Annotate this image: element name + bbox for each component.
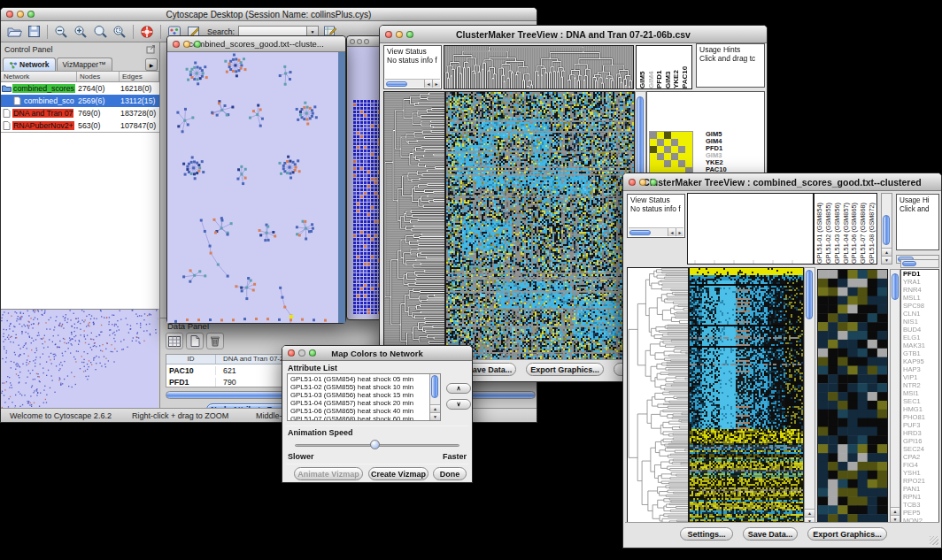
- column-label[interactable]: GIM4: [647, 46, 656, 88]
- export-graphics-button[interactable]: Export Graphics...: [526, 363, 604, 376]
- gene-label[interactable]: RPN1: [903, 493, 938, 501]
- done-button[interactable]: Done: [433, 467, 467, 480]
- gene-label[interactable]: GTB1: [903, 349, 938, 357]
- gene-label[interactable]: VIP1: [903, 373, 938, 381]
- gene-label[interactable]: FIG4: [903, 461, 938, 469]
- minimize-button[interactable]: [396, 31, 403, 38]
- gene-label[interactable]: MSL1: [903, 294, 938, 302]
- gene-label[interactable]: CLN1: [903, 310, 938, 318]
- move-down-button[interactable]: ∨: [446, 399, 471, 410]
- close-button[interactable]: [385, 31, 392, 38]
- treeview1-row-dendrogram[interactable]: [383, 91, 445, 363]
- network-table-row[interactable]: DNA and Tran 07 769(0) 183728(0): [1, 107, 159, 119]
- help-lifering-icon[interactable]: [139, 24, 155, 39]
- attribute-item[interactable]: GPL51-02 (GSM855) heat shock 10 min: [290, 383, 440, 391]
- minimize-button[interactable]: [357, 39, 362, 44]
- zoom-fit-icon[interactable]: [112, 24, 127, 39]
- more-tabs-button[interactable]: ▶: [145, 58, 158, 71]
- trash-icon[interactable]: [206, 333, 224, 349]
- minimize-button[interactable]: [639, 179, 646, 186]
- minimize-button[interactable]: [183, 41, 190, 48]
- gene-label[interactable]: MSI1: [903, 389, 938, 397]
- gene-label[interactable]: RNR4: [903, 286, 938, 294]
- zoom-out-icon[interactable]: [53, 24, 69, 39]
- treeview2-detail-heatmap[interactable]: [817, 269, 888, 524]
- treeview1-zoom-heatmap[interactable]: [649, 131, 693, 175]
- zoom-button[interactable]: [364, 39, 369, 44]
- treeview1-heatmap[interactable]: [445, 91, 635, 363]
- dense-network-grid[interactable]: [353, 100, 381, 314]
- gene-label[interactable]: PEP5: [903, 509, 938, 517]
- gene-label[interactable]: PFD1: [903, 270, 938, 278]
- attribute-item[interactable]: GPL51-06 (GSM865) heat shock 40 min: [290, 407, 440, 415]
- zoom-button[interactable]: [194, 41, 201, 48]
- close-button[interactable]: [6, 11, 13, 18]
- column-label[interactable]: GIM3: [664, 46, 673, 88]
- tab-vizmapper[interactable]: VizMapper™: [57, 58, 112, 71]
- attribute-list[interactable]: GPL51-01 (GSM854) heat shock 05 minGPL51…: [287, 373, 441, 421]
- column-label[interactable]: GIM5: [638, 46, 647, 88]
- main-titlebar[interactable]: Cytoscape Desktop (Session Name: collins…: [1, 8, 537, 21]
- attribute-item[interactable]: GPL51-01 (GSM854) heat shock 05 min: [290, 375, 440, 383]
- zoom-selected-icon[interactable]: [92, 24, 108, 39]
- gene-label[interactable]: ELG1: [903, 334, 938, 341]
- treeview2-heatmap[interactable]: [689, 267, 804, 525]
- close-button[interactable]: [350, 39, 355, 44]
- attribute-item[interactable]: GPL51-07 (GSM868) heat shock 60 min: [290, 415, 440, 421]
- resize-grip[interactable]: [930, 536, 938, 545]
- close-button[interactable]: [288, 349, 295, 357]
- zoom-button[interactable]: [309, 349, 316, 357]
- treeview1-column-dendrogram[interactable]: [444, 45, 634, 89]
- gene-label[interactable]: NIS1: [903, 318, 938, 326]
- gene-label[interactable]: SEC1: [903, 397, 938, 405]
- gene-label[interactable]: YSH1: [903, 469, 938, 477]
- save-data-button[interactable]: Save Data...: [743, 527, 798, 541]
- view-status-scrollbar[interactable]: ◄►: [385, 79, 440, 88]
- gene-label[interactable]: NTR2: [903, 381, 938, 389]
- zoom-button[interactable]: [27, 11, 35, 18]
- open-file-icon[interactable]: [6, 24, 22, 39]
- zoom-button[interactable]: [406, 31, 413, 38]
- treeview2-row-dendrogram[interactable]: [627, 267, 689, 525]
- column-label[interactable]: PFD1: [655, 46, 664, 88]
- experiment-label[interactable]: GPL51-06 (GSM865): [850, 194, 859, 264]
- network-table-row[interactable]: RNAPuberNov2+ 563(0) 107847(0): [1, 119, 159, 132]
- experiment-label[interactable]: GPL51-07 (GSM868): [859, 194, 868, 264]
- column-label[interactable]: YKE2: [672, 46, 681, 88]
- treeview2-vscrollbar[interactable]: ▲▼: [804, 267, 815, 525]
- column-label[interactable]: PAC10: [681, 46, 690, 88]
- network-canvas-2[interactable]: [348, 47, 382, 318]
- gene-label[interactable]: PUF3: [903, 421, 938, 429]
- network-table-row[interactable]: combined_scores 2764(0) 16218(0): [1, 82, 159, 95]
- create-vizmap-button[interactable]: Create Vizmap: [368, 467, 429, 480]
- move-up-button[interactable]: ∧: [446, 383, 471, 394]
- gene-label[interactable]: BUD4: [903, 326, 938, 334]
- minimize-button[interactable]: [298, 349, 305, 357]
- gene-label[interactable]: TCB3: [903, 501, 938, 509]
- gene-label[interactable]: KAP95: [903, 357, 938, 365]
- close-button[interactable]: [629, 179, 636, 186]
- attribute-list-scrollbar[interactable]: ▲▼: [429, 374, 440, 420]
- zoom-in-icon[interactable]: [73, 24, 89, 39]
- gene-label[interactable]: HAP3: [903, 365, 938, 373]
- gene-list-hscrollbar[interactable]: [900, 259, 939, 268]
- experiment-label[interactable]: GPL51-03 (GSM856): [833, 194, 842, 264]
- gene-label[interactable]: HRD3: [903, 429, 938, 437]
- gene-label[interactable]: YRA1: [903, 278, 938, 286]
- tab-network[interactable]: Network: [3, 58, 56, 71]
- attribute-item[interactable]: GPL51-03 (GSM856) heat shock 15 min: [290, 391, 440, 399]
- attribute-item[interactable]: GPL51-04 (GSM857) heat shock 20 min: [290, 399, 440, 407]
- minimize-button[interactable]: [17, 11, 24, 18]
- slider-thumb[interactable]: [370, 440, 380, 449]
- gene-label[interactable]: PHO81: [903, 413, 938, 421]
- gene-label[interactable]: PAN1: [903, 485, 938, 493]
- zoom-button[interactable]: [650, 179, 657, 186]
- gene-label[interactable]: RPO21: [903, 477, 938, 485]
- treeview2-column-dendrogram[interactable]: [687, 193, 814, 265]
- animate-vizmap-button[interactable]: Animate Vizmap: [294, 467, 363, 480]
- gene-label[interactable]: CPA2: [903, 453, 938, 461]
- network-overview-thumbnail[interactable]: [1, 309, 158, 408]
- float-panel-icon[interactable]: [146, 45, 156, 54]
- new-document-icon[interactable]: [186, 333, 204, 349]
- settings-button[interactable]: Settings...: [680, 527, 733, 541]
